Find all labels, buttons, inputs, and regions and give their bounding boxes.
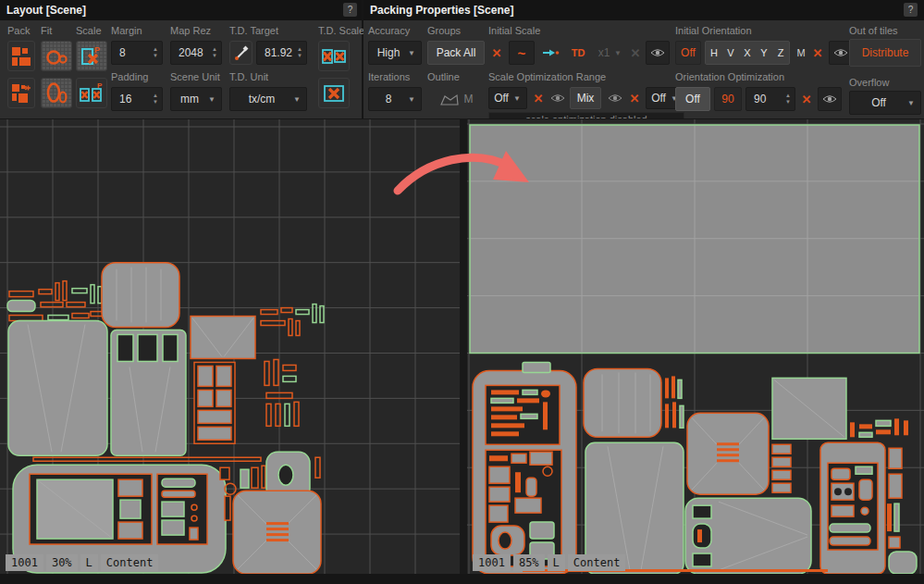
map-rez-field[interactable]: 2048 ▲▼ (170, 41, 222, 65)
scale-opt-min-dropdown[interactable]: Off ▼ (488, 87, 527, 109)
scale-alt-icon: P (79, 81, 105, 106)
overflow-dropdown[interactable]: Off ▼ (849, 91, 921, 115)
coverage-badge: 85% (513, 554, 545, 571)
orientation-opt-step-value: 90 (721, 93, 733, 106)
overflow-value: Off (850, 96, 907, 109)
initial-orientation-off-button[interactable]: Off (675, 41, 701, 65)
uv-canvas-before[interactable] (0, 119, 460, 574)
padding-value: 16 (112, 93, 153, 106)
app-window: Layout [Scene] ? Packing Properties [Sce… (0, 0, 924, 584)
td-label: TD (572, 47, 585, 58)
packing-toolbar: Accuracy High ▼ Iterations 8 ▼ Groups Pa… (363, 20, 924, 118)
orientation-opt-off-button[interactable]: Off (675, 87, 710, 111)
spin-down-icon[interactable]: ▼ (153, 99, 158, 106)
initial-orientation-off-value: Off (681, 46, 696, 59)
axis-z-button[interactable]: Z (772, 42, 789, 64)
spin-down-icon[interactable]: ▼ (212, 53, 217, 60)
map-rez-spinner[interactable]: ▲▼ (212, 46, 221, 60)
packing-help-button[interactable]: ? (904, 3, 918, 17)
axis-y-button[interactable]: Y (756, 42, 772, 64)
scale-opt-max-clear-button[interactable]: ✕ (627, 87, 642, 109)
axis-v-button[interactable]: V (722, 42, 739, 64)
orientation-opt-spinner[interactable]: ▲▼ (785, 93, 795, 106)
svg-text:P: P (97, 81, 103, 90)
margin-spinner[interactable]: ▲▼ (153, 46, 162, 60)
td-unit-dropdown[interactable]: tx/cm ▼ (229, 87, 307, 111)
initial-scale-td-button[interactable]: TD (566, 41, 590, 65)
fit-circles-icon (44, 45, 68, 68)
eye-icon (650, 48, 665, 57)
layout-help-button[interactable]: ? (343, 3, 357, 17)
orientation-opt-clear-button[interactable]: ✕ (799, 87, 814, 111)
spin-down-icon[interactable]: ▼ (297, 53, 302, 60)
accuracy-dropdown[interactable]: High ▼ (368, 41, 422, 65)
orientation-opt-step-button[interactable]: 90 (714, 87, 742, 111)
padding-spinner[interactable]: ▲▼ (153, 93, 162, 106)
spin-up-icon[interactable]: ▲ (153, 46, 158, 54)
fit-button[interactable] (41, 41, 72, 71)
spin-up-icon[interactable]: ▲ (297, 46, 302, 54)
uv-canvas-after[interactable] (467, 119, 924, 574)
arrow-dot-icon (541, 48, 560, 57)
spin-down-icon[interactable]: ▼ (785, 99, 791, 106)
layout-panel-title: Layout [Scene] (6, 4, 86, 17)
initial-orientation-m-button[interactable]: M (794, 41, 808, 65)
spin-up-icon[interactable]: ▲ (153, 93, 158, 100)
margin-label: Margin (111, 25, 142, 36)
td-unit-value: tx/cm (230, 93, 293, 106)
mode-badge: Content (101, 554, 159, 571)
orientation-opt-visibility-button[interactable] (818, 87, 842, 111)
eyedropper-icon (233, 44, 250, 61)
initial-scale-keep-button[interactable]: ~ (509, 41, 535, 65)
scale-opt-min-visibility-button[interactable] (548, 87, 568, 109)
scene-unit-dropdown[interactable]: mm ▼ (170, 87, 222, 111)
chevron-down-icon: ▼ (907, 99, 920, 107)
orientation-opt-angle-field[interactable]: 90 ▲▼ (745, 87, 795, 111)
eye-icon (833, 48, 848, 57)
scale-opt-min-clear-button[interactable]: ✕ (531, 87, 546, 109)
outline-control[interactable]: M (427, 87, 485, 111)
td-target-field[interactable]: 81.92 ▲▼ (256, 41, 307, 65)
scale-opt-mix-button[interactable]: Mix (570, 87, 601, 109)
map-rez-value: 2048 (171, 46, 212, 59)
td-scale-alt-button[interactable] (318, 78, 350, 108)
mode-badge: Content (568, 554, 626, 571)
uv-viewport-before[interactable]: 1001 30% L Content (0, 118, 460, 574)
td-scale-button[interactable] (318, 41, 350, 71)
pack-all-button[interactable]: Pack All (427, 41, 485, 65)
td-target-spinner[interactable]: ▲▼ (297, 46, 306, 60)
udim-tile-badge: 1001 (473, 554, 511, 571)
udim-tile-badge: 1001 (6, 554, 43, 571)
scale-opt-max-visibility-button[interactable] (605, 87, 625, 109)
axis-h-button[interactable]: H (706, 42, 722, 64)
distribute-button[interactable]: Distribute (849, 39, 921, 67)
fit-stretch-button[interactable] (41, 78, 72, 108)
spin-down-icon[interactable]: ▼ (153, 53, 158, 60)
initial-scale-clear-button[interactable]: ✕ (488, 41, 505, 65)
eye-icon (822, 94, 837, 104)
initial-scale-multiplier-dropdown[interactable]: x1 ▼ (594, 41, 627, 65)
margin-field[interactable]: 8 ▲▼ (111, 41, 163, 65)
pack-move-icon (11, 83, 31, 104)
td-target-value: 81.92 (257, 46, 297, 59)
initial-scale-average-button[interactable] (538, 41, 562, 65)
outline-label: Outline (427, 71, 460, 82)
pack-button[interactable] (7, 41, 35, 71)
padding-field[interactable]: 16 ▲▼ (111, 87, 163, 111)
fit-section-label: Fit (41, 25, 52, 36)
initial-orientation-label: Initial Orientation (675, 25, 752, 36)
axis-x-button[interactable]: X (739, 42, 756, 64)
uv-viewport-after[interactable]: 1001 85% L Content (467, 118, 924, 574)
spin-up-icon[interactable]: ▲ (785, 93, 791, 100)
iterations-dropdown[interactable]: 8 ▼ (368, 87, 422, 111)
svg-text:P: P (94, 45, 100, 55)
initial-scale-visibility-button[interactable] (646, 41, 670, 65)
td-target-picker-button[interactable] (229, 41, 253, 65)
scale-alt-button[interactable]: P (76, 78, 107, 108)
scale-button[interactable]: P (76, 41, 107, 71)
spin-up-icon[interactable]: ▲ (212, 46, 217, 54)
initial-orientation-clear-button[interactable]: ✕ (810, 41, 825, 65)
pack-selected-button[interactable] (7, 78, 35, 108)
padding-label: Padding (111, 71, 148, 82)
pack-icon (11, 46, 31, 67)
